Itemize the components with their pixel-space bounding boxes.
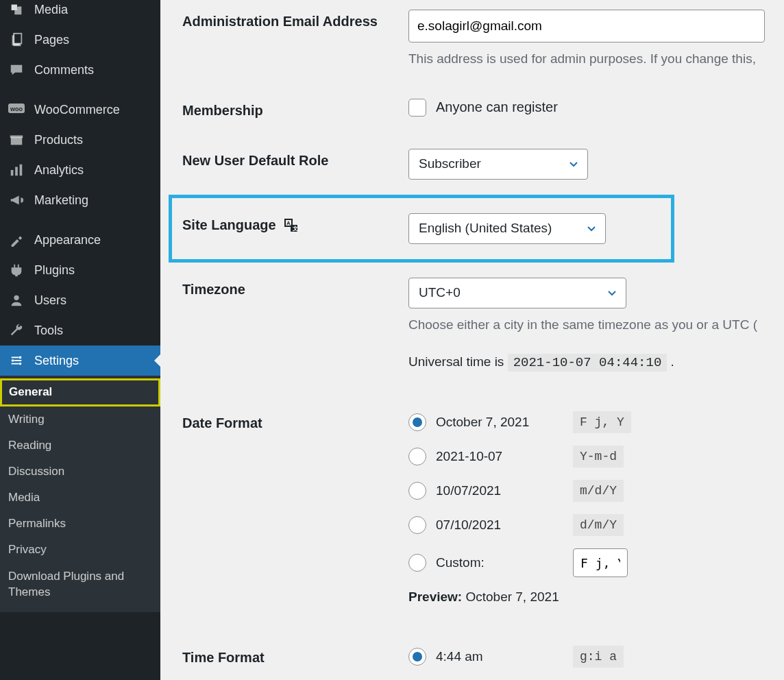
sidebar-item-label: Tools [34,324,63,338]
svg-rect-10 [20,165,23,176]
submenu-item-reading[interactable]: Reading [0,433,160,459]
site-language-select[interactable]: English (United States) [408,213,606,244]
sidebar-item-analytics[interactable]: Analytics [0,155,160,185]
date-format-radio-0[interactable] [408,413,426,431]
date-format-preview: Preview: October 7, 2021 [408,590,784,605]
time-format-code-0: g:i a [573,646,624,668]
sidebar-item-plugins[interactable]: Plugins [0,255,160,285]
date-format-radio-3[interactable] [408,516,426,534]
svg-point-17 [19,363,22,365]
woocommerce-icon: woo [8,101,25,118]
svg-point-11 [14,295,19,300]
admin-email-label: Administration Email Address [182,10,408,29]
menu-separator [0,85,160,95]
admin-email-description: This address is used for admin purposes.… [408,49,784,69]
date-format-display-1: 2021-10-07 [436,449,573,464]
submenu-item-discussion[interactable]: Discussion [0,459,160,485]
analytics-icon [8,162,25,178]
tools-icon [8,322,25,339]
svg-rect-13 [14,360,21,361]
sidebar-item-comments[interactable]: Comments [0,55,160,85]
sidebar-item-label: Comments [34,63,94,77]
date-format-custom-input[interactable] [573,548,628,577]
svg-point-15 [19,356,22,359]
translate-icon: A文 [283,217,299,234]
universal-time: Universal time is 2021-10-07 04:44:10 . [408,354,784,370]
sidebar-item-products[interactable]: Products [0,125,160,155]
svg-rect-14 [12,363,19,365]
universal-time-prefix: Universal time is [408,354,508,369]
sidebar-item-tools[interactable]: Tools [0,315,160,345]
date-format-code-1: Y-m-d [573,446,624,467]
date-format-label: Date Format [182,411,408,431]
sidebar-item-label: Plugins [34,263,75,278]
sidebar-item-label: Marketing [34,193,88,208]
date-format-display-2: 10/07/2021 [436,483,573,498]
membership-label: Membership [182,99,408,119]
sidebar-item-label: Pages [34,33,69,47]
submenu-item-permalinks[interactable]: Permalinks [0,511,160,537]
sidebar-item-settings[interactable]: Settings [0,345,160,376]
timezone-select[interactable]: UTC+0 [408,278,626,308]
chevron-down-icon [607,287,617,298]
universal-time-value: 2021-10-07 04:44:10 [508,354,667,372]
submenu-item-general[interactable]: General [0,378,160,406]
menu-separator [0,215,160,225]
membership-checkbox[interactable] [408,99,426,117]
chevron-down-icon [586,223,597,234]
settings-icon [8,352,25,369]
svg-point-16 [12,359,14,362]
time-format-radio-0[interactable] [408,648,426,666]
site-language-label-text: Site Language [182,217,276,233]
media-icon [8,1,25,18]
users-icon [8,292,25,308]
submenu-item-download[interactable]: Download Plugins and Themes [0,563,160,607]
time-format-display-0: 4:44 am [436,649,573,664]
submenu-item-writing[interactable]: Writing [0,406,160,433]
chevron-down-icon [568,158,579,169]
sidebar-item-appearance[interactable]: Appearance [0,225,160,255]
products-icon [8,132,25,148]
sidebar-item-label: WooCommerce [34,103,120,117]
sidebar-item-label: Users [34,293,66,308]
sidebar-item-users[interactable]: Users [0,285,160,315]
date-format-radio-1[interactable] [408,448,426,465]
date-format-display-3: 07/10/2021 [436,518,573,533]
svg-text:文: 文 [291,226,297,232]
time-format-label: Time Format [182,646,408,666]
date-format-custom-label: Custom: [436,555,485,570]
sidebar-item-label: Appearance [34,233,101,247]
submenu-item-media[interactable]: Media [0,485,160,511]
date-format-code-3: d/m/Y [573,514,624,536]
svg-rect-7 [10,136,23,138]
sidebar-item-label: Media [34,3,68,17]
settings-general-content: Administration Email Address This addres… [160,0,784,680]
marketing-icon [8,192,25,208]
comments-icon [8,62,25,78]
sidebar-item-woocommerce[interactable]: woo WooCommerce [0,95,160,125]
site-language-value: English (United States) [419,221,552,236]
site-language-label: Site Language A文 [182,213,408,234]
default-role-value: Subscriber [419,156,481,171]
sidebar-item-marketing[interactable]: Marketing [0,185,160,215]
date-format-display-0: October 7, 2021 [436,415,573,430]
date-format-code-0: F j, Y [573,411,631,433]
svg-text:woo: woo [10,106,23,112]
admin-email-input[interactable] [408,10,765,42]
sidebar-item-media[interactable]: Media [0,1,160,25]
svg-rect-2 [14,34,21,44]
default-role-select[interactable]: Subscriber [408,149,588,180]
appearance-icon [8,232,25,248]
svg-text:A: A [286,220,291,226]
admin-sidebar: Media Pages Comments woo WooCommerce Pro… [0,0,160,680]
date-format-radio-2[interactable] [408,482,426,500]
submenu-item-privacy[interactable]: Privacy [0,537,160,563]
date-format-radio-custom[interactable] [408,554,426,572]
plugins-icon [8,262,25,278]
date-format-preview-value: October 7, 2021 [465,590,559,604]
date-format-preview-label: Preview: [408,590,462,604]
sidebar-item-pages[interactable]: Pages [0,25,160,55]
svg-rect-8 [11,170,14,175]
svg-rect-0 [12,5,17,10]
settings-submenu: General Writing Reading Discussion Media… [0,376,160,612]
